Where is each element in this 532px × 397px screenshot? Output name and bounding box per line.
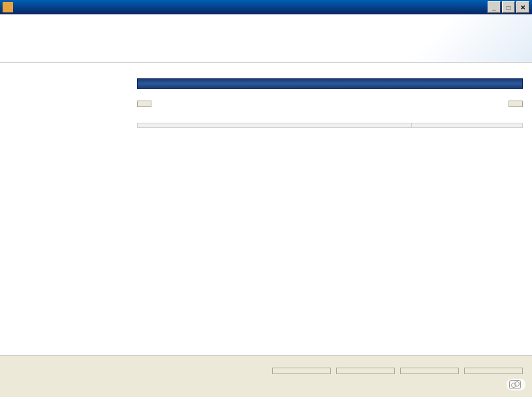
back-button[interactable] <box>272 368 331 374</box>
maximize-button[interactable]: □ <box>502 1 515 13</box>
cancel-button[interactable] <box>400 368 459 374</box>
titlebar: _ □ ✕ <box>0 0 532 14</box>
rerun-button[interactable] <box>509 101 523 107</box>
footer <box>0 355 532 385</box>
window-controls: _ □ ✕ <box>488 1 529 13</box>
minimize-button[interactable]: _ <box>488 1 501 13</box>
next-button[interactable] <box>336 368 395 374</box>
app-icon <box>3 2 13 12</box>
close-button[interactable]: ✕ <box>516 1 529 13</box>
sidebar <box>0 63 131 355</box>
watermark-icon <box>509 380 521 389</box>
main-panel <box>131 63 532 355</box>
rules-table <box>137 123 523 128</box>
header <box>0 14 532 63</box>
table-header-status <box>412 123 523 128</box>
table-header-rule <box>138 123 412 128</box>
help-button[interactable] <box>464 368 523 374</box>
watermark <box>507 379 525 390</box>
hide-details-button[interactable] <box>137 101 151 107</box>
progress-bar <box>137 78 523 89</box>
content <box>0 63 532 355</box>
